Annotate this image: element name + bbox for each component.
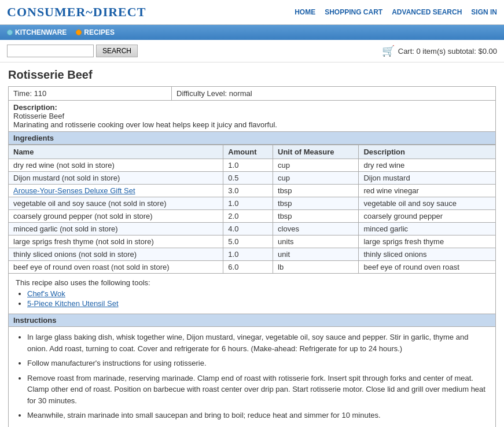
nav-sign-in[interactable]: SIGN IN: [471, 8, 497, 16]
list-item: Chef's Wok: [27, 289, 488, 298]
ingredient-name: large sprigs fresh thyme (not sold in st…: [9, 235, 223, 248]
instruction-item: Brush roast with some of the cooked mari…: [27, 425, 488, 428]
ingredient-amount: 6.0: [223, 261, 273, 274]
ingredient-description: Dijon mustard: [359, 172, 496, 185]
instructions-list: In large glass baking dish, whisk togeth…: [27, 332, 488, 427]
col-name: Name: [9, 145, 223, 159]
ingredient-description: minced garlic: [359, 223, 496, 235]
recipe-title: Rotisserie Beef: [8, 68, 496, 82]
search-bar: SEARCH 🛒 Cart: 0 item(s) subtotal: $0.00: [0, 40, 504, 62]
ingredient-unit: tbsp: [273, 197, 359, 210]
ingredient-name: minced garlic (not sold in store): [9, 223, 223, 235]
ingredient-name: dry red wine (not sold in store): [9, 159, 223, 172]
nav-shopping-cart[interactable]: SHOPPING CART: [325, 8, 382, 16]
ingredient-amount: 1.0: [223, 159, 273, 172]
ingredient-name: vegetable oil and soy sauce (not sold in…: [9, 197, 223, 210]
ingredient-unit: unit: [273, 248, 359, 261]
col-description: Description: [359, 145, 496, 159]
nav-bar: KITCHENWARE RECIPES: [0, 25, 504, 40]
ingredient-unit: units: [273, 235, 359, 248]
ingredient-amount: 1.0: [223, 197, 273, 210]
ingredient-unit: cup: [273, 159, 359, 172]
time-field: Time: 110: [9, 87, 172, 101]
top-header: CONSUMER~DIRECT HOME SHOPPING CART ADVAN…: [0, 0, 504, 25]
ingredient-description: red wine vinegar: [359, 185, 496, 197]
kitchenware-dot: [7, 30, 13, 35]
ingredient-name: thinly sliced onions (not sold in store): [9, 248, 223, 261]
ingredient-unit: cloves: [273, 223, 359, 235]
ingredient-description: beef eye of round oven roast: [359, 261, 496, 274]
ingredient-name[interactable]: Arouse-Your-Senses Deluxe Gift Set: [9, 185, 223, 197]
top-nav: HOME SHOPPING CART ADVANCED SEARCH SIGN …: [295, 8, 497, 16]
ingredient-unit: tbsp: [273, 210, 359, 223]
main-content: Rotisserie Beef Time: 110 Difficulty Lev…: [0, 62, 504, 427]
ingredient-unit: cup: [273, 172, 359, 185]
nav-home[interactable]: HOME: [295, 8, 315, 16]
col-amount: Amount: [223, 145, 273, 159]
instruction-item: Remove roast from marinade, reserving ma…: [27, 373, 488, 407]
difficulty-field: Difficulty Level: normal: [172, 87, 496, 101]
ingredient-description: thinly sliced onions: [359, 248, 496, 261]
nav-kitchenware[interactable]: KITCHENWARE: [7, 28, 67, 36]
ingredient-amount: 2.0: [223, 210, 273, 223]
ingredient-amount: 1.0: [223, 248, 273, 261]
instruction-item: Meanwhile, strain marinade into small sa…: [27, 410, 488, 421]
instruction-item: In large glass baking dish, whisk togeth…: [27, 332, 488, 354]
search-button[interactable]: SEARCH: [96, 45, 138, 57]
ingredient-unit: tbsp: [273, 185, 359, 197]
description-field: Description: Rotisserie Beef Marinating …: [9, 101, 496, 132]
ingredient-description: dry red wine: [359, 159, 496, 172]
ingredient-amount: 4.0: [223, 223, 273, 235]
ingredient-amount: 3.0: [223, 185, 273, 197]
ingredient-name: Dijon mustard (not sold in store): [9, 172, 223, 185]
tools-section: This recipe also uses the following tool…: [8, 274, 496, 314]
ingredients-table: Name Amount Unit of Measure Description …: [8, 145, 496, 274]
tool-chefs-wok[interactable]: Chef's Wok: [27, 289, 65, 298]
list-item: 5-Piece Kitchen Utensil Set: [27, 299, 488, 308]
ingredient-description: vegetable oil and soy sauce: [359, 197, 496, 210]
ingredient-description: large sprigs fresh thyme: [359, 235, 496, 248]
tools-list: Chef's Wok 5-Piece Kitchen Utensil Set: [27, 289, 488, 308]
description-text: Marinating and rotisserie cooking over l…: [13, 120, 277, 129]
ingredients-header: Ingredients: [8, 132, 496, 145]
ingredient-link[interactable]: Arouse-Your-Senses Deluxe Gift Set: [13, 186, 135, 195]
search-left: SEARCH: [7, 45, 138, 57]
nav-advanced-search[interactable]: ADVANCED SEARCH: [392, 8, 462, 16]
search-input[interactable]: [7, 45, 94, 57]
instructions-header: Instructions: [8, 314, 496, 327]
ingredient-name: beef eye of round oven roast (not sold i…: [9, 261, 223, 274]
ingredient-unit: lb: [273, 261, 359, 274]
instructions-section: In large glass baking dish, whisk togeth…: [8, 327, 496, 427]
instruction-item: Follow manufacturer's instructions for u…: [27, 358, 488, 369]
description-label: Description:: [13, 103, 57, 112]
cart-text: Cart: 0 item(s) subtotal: $0.00: [398, 47, 497, 56]
ingredient-amount: 5.0: [223, 235, 273, 248]
ingredient-name: coarsely ground pepper (not sold in stor…: [9, 210, 223, 223]
tools-intro: This recipe also uses the following tool…: [16, 278, 150, 287]
cart-icon: 🛒: [382, 45, 395, 57]
logo: CONSUMER~DIRECT: [7, 5, 146, 20]
cart-area: 🛒 Cart: 0 item(s) subtotal: $0.00: [382, 45, 497, 57]
description-name: Rotisserie Beef: [13, 112, 64, 120]
recipes-dot: [76, 30, 82, 35]
ingredient-amount: 0.5: [223, 172, 273, 185]
ingredient-description: coarsely ground pepper: [359, 210, 496, 223]
nav-recipes[interactable]: RECIPES: [76, 28, 115, 36]
meta-table: Time: 110 Difficulty Level: normal Descr…: [8, 86, 496, 132]
col-unit: Unit of Measure: [273, 145, 359, 159]
tool-kitchen-utensil[interactable]: 5-Piece Kitchen Utensil Set: [27, 299, 119, 308]
